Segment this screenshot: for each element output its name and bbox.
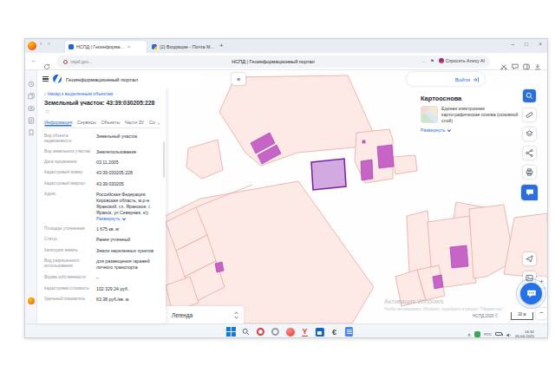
parcel-polygon[interactable] (186, 140, 223, 179)
tab-information[interactable]: Информация (44, 120, 72, 125)
tab-nav-right-icon[interactable]: › (48, 41, 49, 47)
address-input[interactable]: nspd.gov... НСПД | Геоинформационный пор… (56, 56, 490, 68)
basemap-expand-link[interactable]: Развернуть (421, 127, 521, 133)
legend-bar[interactable]: Легенда (166, 306, 244, 323)
building-polygon[interactable] (362, 140, 365, 143)
alice-sidebar-icon[interactable] (28, 297, 35, 304)
basemap-card: Картооснова Единая электронная картограф… (417, 92, 525, 135)
info-row-value: 102 329,24 руб. (96, 286, 128, 292)
notes-icon[interactable] (28, 112, 35, 119)
nspd-logo-icon[interactable] (53, 75, 62, 83)
building-polygon[interactable] (433, 275, 443, 289)
info-row-value: Российская Федерация, Кировская область,… (96, 192, 151, 215)
volume-icon[interactable] (506, 326, 512, 338)
tab-services[interactable]: Сервисы (77, 120, 96, 125)
legend-collapse-icon[interactable] (235, 312, 238, 318)
back-icon[interactable]: ← (31, 57, 37, 63)
language-indicator[interactable]: РУС (484, 332, 492, 336)
tray-expand-icon[interactable]: ∧ (467, 331, 471, 337)
tab-close-icon[interactable]: × (127, 44, 131, 49)
translate-flag-icon[interactable]: ⚑ (430, 58, 434, 63)
tab-title: НСПД | Геоинформа… (76, 44, 125, 49)
system-tray: ∧ РУС 16:32 05.04.2025 (467, 326, 544, 338)
print-button[interactable] (523, 166, 536, 179)
info-row-label: Форма собственности (44, 275, 92, 281)
basemap-thumbnail[interactable] (421, 106, 438, 123)
browser-tabbar: ‹ › НСПД | Геоинформа… × (2) Входящие - … (25, 39, 547, 53)
app-header: Геоинформационный портал (37, 70, 202, 88)
browser-gray-icon[interactable] (271, 327, 280, 336)
start-button[interactable] (226, 327, 236, 336)
info-row-value: Земли населенных пунктов (96, 248, 153, 254)
tab-title: (2) Входящие - Почта М… (160, 44, 214, 49)
map-search-button[interactable] (523, 89, 536, 102)
save-app-icon[interactable] (315, 327, 324, 336)
info-row-value: 43:39:030205 (96, 181, 124, 187)
back-link[interactable]: ‹ Назад к выделенным объектам (44, 91, 160, 96)
layers-button[interactable] (523, 127, 536, 140)
favorite-star-icon[interactable]: ☆ (44, 108, 160, 115)
basemap-title: Картооснова (421, 95, 521, 102)
parcel-polygon[interactable] (393, 155, 417, 174)
building-polygon[interactable] (361, 160, 373, 180)
browser-tab-active[interactable]: НСПД | Геоинформа… × (65, 41, 147, 53)
close-button[interactable]: × (539, 41, 542, 47)
browser-logo-icon[interactable] (28, 42, 36, 50)
ask-alice-button[interactable]: Спросить Алису AI (439, 58, 485, 63)
share-button[interactable] (523, 147, 536, 160)
expand-address-link[interactable]: Развернуть (96, 216, 124, 222)
tab-favicon (152, 44, 157, 49)
document-app-icon[interactable] (344, 327, 354, 336)
info-row: Статус Ранее учтенный (44, 237, 160, 243)
login-button[interactable]: Войти (407, 72, 485, 86)
info-row: Кадастровая стоимость 102 329,24 руб. (44, 286, 160, 292)
opera-icon[interactable] (256, 327, 265, 336)
browser-tab[interactable]: (2) Входящие - Почта М… (148, 41, 218, 53)
info-row: Кадастровый квартал 43:39:030205 (44, 181, 160, 187)
yandex-start-icon[interactable] (285, 327, 295, 336)
tab-parts[interactable]: Части ЗУ (125, 120, 145, 125)
info-row: Дата присвоения 03.11.2005 (44, 160, 160, 166)
tab-nav-left-icon[interactable]: ‹ (40, 41, 42, 47)
building-polygon[interactable] (377, 145, 394, 168)
info-row: Форма собственности – (44, 275, 160, 281)
yandex-browser-icon[interactable]: Y (300, 327, 310, 336)
antivirus-tray-icon[interactable] (474, 331, 480, 337)
ai-assistant-fab[interactable] (520, 283, 542, 304)
address-menu-icon[interactable]: … (421, 58, 426, 63)
taskbar-search-icon[interactable] (241, 327, 251, 336)
building-polygon[interactable] (215, 262, 224, 272)
history-icon[interactable] (28, 75, 35, 82)
clock[interactable]: 16:32 05.04.2025 (515, 330, 534, 338)
battery-icon[interactable] (495, 332, 502, 336)
locate-cursor-button[interactable] (523, 252, 536, 265)
info-row-label: Кадастровый квартал (44, 181, 92, 187)
assistant-chat-button[interactable] (521, 185, 538, 200)
zoom-out-button[interactable]: − (536, 308, 547, 319)
screenshot-icon[interactable] (28, 100, 35, 107)
minimize-button[interactable]: – (511, 41, 514, 47)
selected-parcel-polygon[interactable] (311, 159, 346, 190)
date: 05.04.2025 (515, 334, 534, 338)
info-row: Удельный показатель 63,38 руб./кв. м (44, 297, 160, 303)
browser-addressbar: ← nspd.gov... НСПД | Геоинформационный п… (25, 53, 547, 70)
menu-icon[interactable] (42, 76, 49, 82)
notifications-icon[interactable] (538, 331, 544, 337)
building-polygon[interactable] (450, 245, 468, 268)
maximize-button[interactable]: □ (525, 41, 528, 47)
copy-icon[interactable] (28, 88, 35, 95)
measure-ruler-button[interactable] (523, 108, 536, 121)
parcel-polygon[interactable] (219, 75, 376, 166)
bookmark-icon[interactable] (28, 124, 35, 131)
currency-app-icon[interactable]: € (330, 327, 339, 336)
parcel-polygon[interactable] (504, 213, 548, 278)
info-row-label: Дата присвоения (44, 160, 92, 166)
info-row-value: для размещения гаражей личного транспорт… (96, 258, 160, 271)
browser-body: Геоинформационный портал « Войти (25, 70, 547, 323)
info-row-address: Адрес Российская Федерация, Кировская об… (44, 192, 160, 221)
tabs-more-icon[interactable]: › (155, 121, 160, 126)
new-tab-button[interactable]: + (219, 42, 224, 49)
tab-objects[interactable]: Объекты (101, 120, 120, 125)
panel-collapse-button[interactable]: « (232, 73, 245, 85)
map-area[interactable]: Картооснова Единая электронная картограф… (166, 70, 548, 323)
